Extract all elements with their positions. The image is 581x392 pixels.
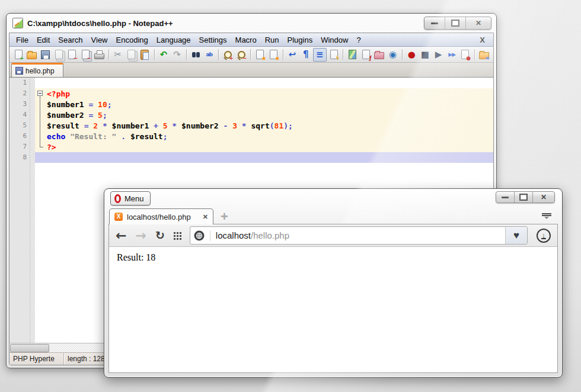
new-file-icon[interactable]: + <box>12 49 25 61</box>
menu-item-macro[interactable]: Macro <box>231 34 261 46</box>
bookmark-heart-button[interactable]: ♥ <box>505 227 527 244</box>
menu-item-plugins[interactable]: Plugins <box>283 34 317 46</box>
menu-item-search[interactable]: Search <box>54 34 87 46</box>
save-icon[interactable] <box>39 49 52 61</box>
bookmark-cell[interactable] <box>30 110 35 120</box>
close-button[interactable]: ✕ <box>466 17 491 29</box>
close-doc-icon[interactable]: − <box>66 49 79 61</box>
menu-item-help[interactable]: ? <box>352 34 365 46</box>
toolbar-separator <box>474 49 475 60</box>
line-number: 2 <box>9 88 30 99</box>
recent-files-icon[interactable]: ∞ <box>478 49 490 61</box>
bookmark-cell[interactable] <box>30 78 35 88</box>
paste-icon[interactable] <box>139 49 151 61</box>
line-number: 6 <box>9 131 30 142</box>
style-token-icon[interactable]: ϟ <box>328 49 340 61</box>
bookmark-cell[interactable] <box>30 152 35 163</box>
saved-file-icon <box>15 67 23 75</box>
code-line-1: 1 <box>9 78 493 88</box>
status-doc-type: PHP Hyperte <box>9 353 64 365</box>
sync-horizontal-scroll-icon[interactable]: ▪ <box>267 49 280 61</box>
browser-toolbar: ← → ↻ localhost/hello.php ♥ ↓ <box>108 224 558 247</box>
fold-toggle-icon[interactable] <box>35 88 46 99</box>
opera-menu-button[interactable]: Menu <box>110 191 151 205</box>
show-symbols-icon[interactable]: ¶ <box>299 49 312 61</box>
minimize-button[interactable] <box>424 17 445 29</box>
tab-menu-icon[interactable] <box>541 213 552 221</box>
forward-button[interactable]: → <box>135 229 146 242</box>
folder-workspace-icon[interactable] <box>374 49 386 61</box>
notepadpp-title-bar[interactable]: C:\xampp\htdocs\hello.php - Notepad++ ✕ <box>7 14 496 33</box>
macro-play-icon[interactable]: ▶ <box>432 49 445 61</box>
print-icon[interactable] <box>93 49 106 61</box>
toolbar-separator <box>218 49 219 60</box>
zoom-in-icon[interactable]: + <box>222 49 234 61</box>
speed-dial-icon[interactable] <box>174 232 181 239</box>
word-wrap-icon[interactable]: ↩ <box>286 49 299 61</box>
reload-button[interactable]: ↻ <box>155 230 165 241</box>
scrollbar-thumb[interactable] <box>10 344 49 352</box>
toolbar-separator <box>108 49 109 60</box>
url-text[interactable]: localhost/hello.php <box>216 230 289 240</box>
close-button[interactable]: ✕ <box>533 192 554 203</box>
function-list-icon[interactable]: ƒ <box>360 49 372 61</box>
menu-item-window[interactable]: Window <box>317 34 352 46</box>
bookmark-cell[interactable] <box>30 88 35 99</box>
macro-save-icon[interactable]: ● <box>459 49 472 61</box>
bookmark-cell[interactable] <box>30 142 35 152</box>
menu-item-file[interactable]: File <box>12 34 33 46</box>
menu-item-view[interactable]: View <box>87 34 112 46</box>
toolbar-separator <box>154 49 155 60</box>
line-number: 7 <box>9 142 30 152</box>
menu-item-edit[interactable]: Edit <box>33 34 54 46</box>
open-file-icon[interactable] <box>26 49 39 61</box>
menu-item-run[interactable]: Run <box>261 34 283 46</box>
undo-icon[interactable]: ↶ <box>158 49 170 61</box>
maximize-icon <box>519 194 528 201</box>
toolbar-separator <box>283 49 283 60</box>
menu-close-document-button[interactable]: X <box>474 34 491 46</box>
file-monitoring-icon[interactable]: ◉ <box>387 49 399 61</box>
code-line-3: 3$number1 = 10; <box>9 99 493 110</box>
close-all-docs-icon[interactable]: − <box>79 49 92 61</box>
tab-close-icon[interactable]: ✕ <box>203 213 208 221</box>
code-text: ?> <box>46 142 493 152</box>
maximize-button[interactable] <box>515 192 533 203</box>
maximize-button[interactable] <box>445 17 466 29</box>
macro-run-multiple-icon[interactable]: ▶▶ <box>446 49 458 61</box>
tab-label: hello.php <box>25 67 55 75</box>
tab-hello-php[interactable]: hello.php <box>11 63 63 77</box>
macro-stop-icon[interactable]: ■ <box>419 49 432 61</box>
maximize-icon <box>451 20 459 27</box>
bookmark-cell[interactable] <box>30 99 35 110</box>
code-line-8: 8 <box>9 152 493 163</box>
replace-icon[interactable]: ab <box>203 49 215 61</box>
bookmark-cell[interactable] <box>30 120 35 131</box>
menu-item-encoding[interactable]: Encoding <box>112 34 152 46</box>
zoom-out-icon[interactable]: − <box>235 49 248 61</box>
opera-window: Menu ✕ X localhost/hello.php ✕ + ← → <box>104 188 563 378</box>
find-icon[interactable] <box>190 49 202 61</box>
fold-margin-cell <box>35 99 46 110</box>
code-line-7: 7?> <box>9 142 493 152</box>
opera-title-bar[interactable]: Menu ✕ <box>104 189 562 207</box>
minimize-button[interactable] <box>496 192 515 203</box>
save-all-icon[interactable] <box>53 49 65 61</box>
indent-guide-icon[interactable]: ≡ <box>313 48 327 62</box>
cut-icon[interactable]: ✂ <box>112 49 124 61</box>
download-button[interactable]: ↓ <box>537 229 551 243</box>
menu-item-settings[interactable]: Settings <box>195 34 231 46</box>
menu-item-language[interactable]: Language <box>152 34 195 46</box>
code-text <box>46 78 493 88</box>
back-button[interactable]: ← <box>116 229 126 242</box>
bookmark-cell[interactable] <box>30 131 35 142</box>
tab-localhost-hello-php[interactable]: X localhost/hello.php ✕ <box>109 208 213 224</box>
copy-icon[interactable] <box>125 49 138 61</box>
document-map-icon[interactable] <box>346 49 359 61</box>
redo-icon[interactable]: ↷ <box>171 49 183 61</box>
macro-record-icon[interactable]: ● <box>406 49 418 61</box>
address-bar[interactable]: localhost/hello.php ♥ <box>190 226 528 245</box>
sync-vertical-scroll-icon[interactable]: ▪ <box>254 49 266 61</box>
new-tab-button[interactable]: + <box>221 211 228 222</box>
code-text <box>46 152 493 163</box>
